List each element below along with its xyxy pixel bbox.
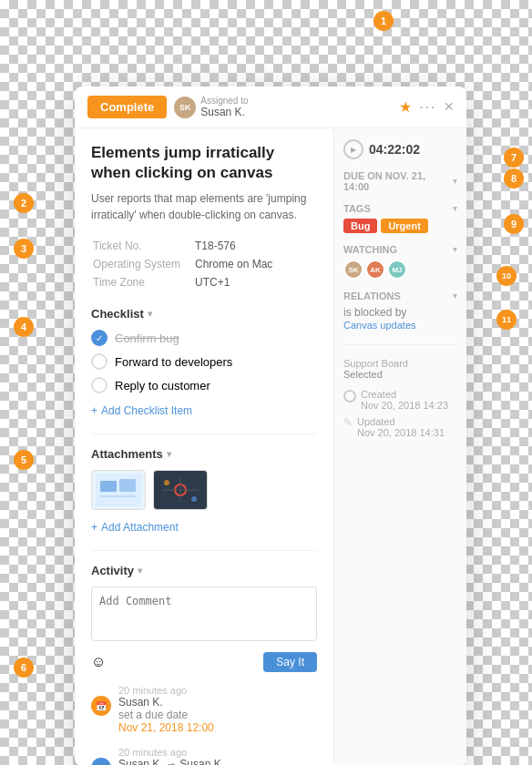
divider-2	[91, 550, 317, 551]
emoji-button[interactable]: ☺	[91, 654, 106, 670]
watching-title[interactable]: Watching ▾	[343, 244, 457, 255]
left-panel: Elements jump irratically when clicking …	[75, 128, 334, 765]
timer-value: 04:22:02	[369, 142, 420, 157]
due-date-section: Due on Nov. 21, 14:00 ▾	[343, 170, 457, 192]
due-date-text: Due on Nov. 21, 14:00	[343, 170, 453, 192]
created-info: Created Nov 20, 2018 14:23	[361, 389, 448, 411]
attachment-thumb-1[interactable]	[91, 470, 146, 510]
created-row: Created Nov 20, 2018 14:23	[343, 389, 457, 411]
right-divider	[343, 344, 457, 345]
attachments-label: Attachments	[91, 447, 163, 461]
tags-section: Tags ▾ Bug Urgent	[343, 203, 457, 233]
modal-header: Complete SK Assigned to Susan K. ★ ··· ×	[75, 87, 466, 128]
watching-section: Watching ▾ SK AK MJ	[343, 244, 457, 280]
activity-author-0: Susan K.	[118, 696, 317, 709]
star-button[interactable]: ★	[399, 98, 412, 116]
ticket-value: T18-576	[195, 238, 315, 254]
timer-row: ▶ 04:22:02	[343, 139, 457, 159]
relations-section: Relations ▾ is blocked by Canvas updates	[343, 291, 457, 332]
support-board-label: Support Board	[343, 358, 457, 369]
meta-row-tz: Time Zone UTC+1	[93, 274, 315, 291]
badge-10: 10	[496, 266, 517, 286]
watchers-row: SK AK MJ	[343, 260, 457, 280]
svg-rect-2	[119, 479, 136, 492]
more-button[interactable]: ···	[419, 99, 436, 116]
check-empty-icon-1	[91, 353, 107, 370]
attachments-grid	[91, 470, 317, 510]
tz-value: UTC+1	[195, 274, 315, 291]
tag-bug[interactable]: Bug	[343, 219, 377, 233]
checklist-item-1[interactable]: Forward to developers	[91, 353, 317, 370]
updated-row: ✎ Updated Nov 20, 2018 14:31	[343, 416, 457, 438]
say-it-button[interactable]: Say It	[263, 652, 317, 672]
tag-urgent[interactable]: Urgent	[381, 219, 427, 233]
checklist-chevron: ▾	[148, 309, 152, 319]
watching-label: Watching	[343, 244, 397, 255]
activity-date-link-0[interactable]: Nov 21, 2018 12:00	[118, 721, 317, 734]
check-empty-icon-2	[91, 377, 107, 393]
badge-2: 2	[14, 193, 34, 213]
checklist-item-0[interactable]: ✓ Confirm bug	[91, 330, 317, 346]
blocked-by-text: is blocked by	[343, 306, 406, 319]
meta-row-os: Operating System Chrome on Mac	[93, 256, 315, 272]
activity-content-1: 20 minutes ago Susan K. → Susan K.	[118, 747, 317, 765]
activity-item-1: → 20 minutes ago Susan K. → Susan K.	[91, 747, 317, 765]
attachment-thumb-2[interactable]	[153, 470, 208, 510]
activity-section-title[interactable]: Activity ▾	[91, 564, 317, 577]
due-date-label[interactable]: Due on Nov. 21, 14:00 ▾	[343, 170, 457, 192]
relations-title[interactable]: Relations ▾	[343, 291, 457, 301]
checklist-item-text-0: Confirm bug	[115, 332, 179, 345]
divider-1	[91, 434, 317, 434]
task-meta-table: Ticket No. T18-576 Operating System Chro…	[91, 236, 317, 292]
user-avatar: SK	[174, 97, 196, 118]
relations-label: Relations	[343, 291, 401, 301]
relation-item: is blocked by Canvas updates	[343, 306, 457, 332]
svg-point-7	[191, 496, 197, 502]
add-checklist-item-button[interactable]: + Add Checklist Item	[91, 401, 192, 421]
svg-point-6	[164, 480, 169, 485]
activity-item-0: 📅 20 minutes ago Susan K. set a due date…	[91, 685, 317, 734]
badge-11: 11	[496, 310, 517, 330]
add-attachment-button[interactable]: + Add Attachment	[91, 517, 179, 537]
complete-button[interactable]: Complete	[87, 96, 167, 118]
close-button[interactable]: ×	[444, 97, 454, 117]
meta-row-ticket: Ticket No. T18-576	[93, 238, 315, 254]
user-initials: SK	[179, 103, 191, 112]
tags-title[interactable]: Tags ▾	[343, 203, 457, 214]
created-value: Nov 20, 2018 14:23	[361, 400, 448, 411]
activity-content-0: 20 minutes ago Susan K. set a due date N…	[118, 685, 317, 734]
assigned-user-section: SK Assigned to Susan K.	[174, 97, 248, 118]
tags-chevron: ▾	[453, 204, 457, 213]
created-dot-icon	[343, 390, 356, 403]
checklist-item-2[interactable]: Reply to customer	[91, 377, 317, 393]
badge-3: 3	[14, 239, 34, 259]
badge-9: 9	[504, 214, 524, 234]
comment-footer: ☺ Say It	[91, 652, 317, 672]
attachments-section-title[interactable]: Attachments ▾	[91, 447, 317, 461]
activity-icon-1: →	[91, 758, 111, 765]
checklist-label: Checklist	[91, 307, 144, 321]
modal-body: Elements jump irratically when clicking …	[75, 128, 466, 765]
activity-icon-0: 📅	[91, 696, 111, 716]
comment-input[interactable]	[91, 586, 317, 641]
task-description: User reports that map elements are 'jump…	[91, 190, 317, 223]
play-icon: ▶	[351, 146, 356, 154]
plus-icon-2: +	[91, 521, 97, 534]
os-label: Operating System	[93, 256, 193, 272]
assigned-name[interactable]: Susan K.	[200, 106, 248, 118]
tags-label: Tags	[343, 203, 371, 214]
checklist-section-title[interactable]: Checklist ▾	[91, 307, 317, 321]
badge-6: 6	[14, 658, 34, 678]
svg-rect-1	[100, 481, 117, 492]
ticket-label: Ticket No.	[93, 238, 193, 254]
play-button[interactable]: ▶	[343, 139, 363, 159]
add-checklist-label: Add Checklist Item	[101, 404, 192, 417]
plus-icon: +	[91, 404, 97, 417]
activity-action-0: set a due date	[118, 709, 317, 721]
checklist-item-text-1: Forward to developers	[115, 355, 232, 369]
updated-label: Updated	[357, 416, 445, 427]
assigned-to-label: Assigned to	[200, 97, 248, 106]
created-label: Created	[361, 389, 448, 400]
canvas-updates-link[interactable]: Canvas updates	[343, 320, 416, 331]
updated-value: Nov 20, 2018 14:31	[357, 427, 445, 438]
